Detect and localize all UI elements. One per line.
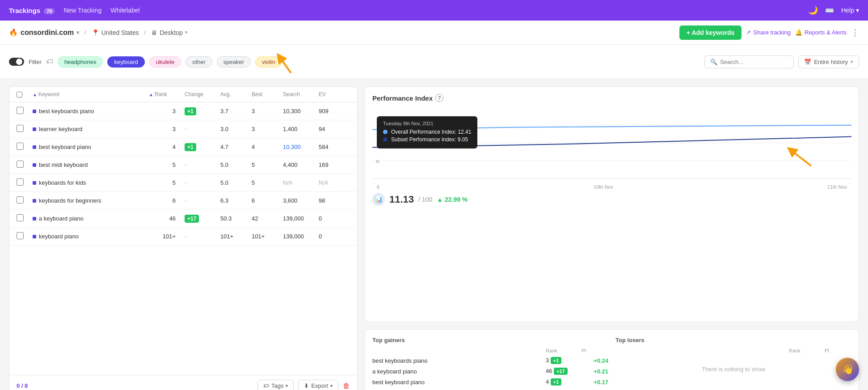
add-keywords-button[interactable]: + Add keywords bbox=[679, 25, 742, 40]
keyword-search-box[interactable]: 🔍 bbox=[704, 55, 794, 68]
change-dot: · bbox=[185, 161, 186, 169]
svg-text:6: 6 bbox=[376, 159, 380, 164]
desktop-icon: 🖥 bbox=[151, 29, 157, 36]
row-search: 4,400 bbox=[283, 161, 319, 168]
performance-chart: 6 Tuesday 9th Nov, 2021 Overall Performa… bbox=[372, 107, 851, 179]
fire-icon: 🔥 bbox=[9, 28, 18, 37]
row-ev: 94 bbox=[319, 126, 350, 132]
share-icon: ↗ bbox=[746, 29, 751, 36]
keyboard-shortcuts-icon[interactable]: ⌨️ bbox=[825, 6, 834, 15]
rank-indicator-icon bbox=[33, 217, 36, 220]
search-icon: 🔍 bbox=[710, 59, 717, 65]
more-options-button[interactable]: ⋮ bbox=[851, 28, 859, 38]
select-all-checkbox[interactable] bbox=[17, 92, 22, 98]
table-body: best keyboards piano 3 +1 3.7 3 10,300 9… bbox=[9, 102, 357, 375]
export-button[interactable]: ⬇ Export ▾ bbox=[298, 380, 338, 390]
gainer-row: best keyboard piano 4 +1 +0.17 bbox=[372, 378, 608, 386]
row-checkbox-2[interactable] bbox=[17, 143, 24, 150]
site-chevron-icon[interactable]: ▾ bbox=[76, 30, 79, 36]
score-value: 11.13 bbox=[389, 194, 414, 205]
row-best: 4 bbox=[252, 144, 283, 150]
row-keyword: best midi keyboard bbox=[33, 161, 149, 168]
share-tracking-button[interactable]: ↗ Share tracking bbox=[746, 29, 791, 36]
tags-chevron-icon: ▾ bbox=[286, 383, 288, 388]
tag-other[interactable]: other bbox=[185, 56, 212, 68]
row-checkbox-4[interactable] bbox=[17, 178, 24, 186]
table-row[interactable]: best keyboard piano 4 +1 4.7 4 10,300 58… bbox=[9, 138, 357, 156]
row-change: · bbox=[185, 197, 220, 205]
gainer-keyword: best keyboard piano bbox=[372, 379, 546, 386]
tag-ukulele[interactable]: ukulele bbox=[149, 56, 181, 68]
row-checkbox-5[interactable] bbox=[17, 196, 24, 203]
table-row[interactable]: learner keyboard 3 · 3.0 3 1,400 94 bbox=[9, 120, 357, 138]
gainer-pi: +0.24 bbox=[581, 357, 608, 364]
row-keyword: best keyboard piano bbox=[33, 144, 149, 150]
top-losers-section: Top losers Rank PI There is nothing to s… bbox=[615, 337, 851, 389]
change-badge: +17 bbox=[185, 215, 199, 223]
sort-keyword-icon[interactable]: ▲ bbox=[33, 92, 37, 97]
row-rank: 3 bbox=[149, 126, 185, 132]
table-row[interactable]: best midi keyboard 5 · 5.0 5 4,400 169 bbox=[9, 156, 357, 174]
filter-toggle[interactable] bbox=[9, 58, 24, 66]
performance-score: 📊 11.13 / 100 ▲ 22.99 % bbox=[372, 193, 851, 206]
performance-index-card: Performance Index ? 6 bbox=[365, 86, 859, 322]
date-chevron-icon: ▾ bbox=[851, 59, 853, 65]
row-best: 5 bbox=[252, 179, 283, 186]
tooltip-overall: Overall Performance Index: 12.41 bbox=[391, 129, 471, 135]
tags-button[interactable]: 🏷 Tags ▾ bbox=[257, 380, 294, 390]
row-avg: 101+ bbox=[220, 233, 252, 240]
table-header: ▲ Keyword ▲ Rank Change Avg. Best Search… bbox=[9, 87, 357, 102]
keyword-search-input[interactable] bbox=[720, 59, 787, 65]
whitelabel-link[interactable]: Whitelabel bbox=[110, 7, 139, 14]
table-row[interactable]: keyboards for beginners 6 · 6.3 6 3,600 … bbox=[9, 192, 357, 210]
gainer-change: +1 bbox=[551, 357, 562, 364]
table-row[interactable]: keyboards for kids 5 · 5.0 5 N/A N/A bbox=[9, 174, 357, 192]
tag-headphones[interactable]: headphones bbox=[58, 56, 103, 68]
site-name[interactable]: 🔥 consordini.com ▾ bbox=[9, 28, 79, 37]
tag-speaker[interactable]: speaker bbox=[217, 56, 251, 68]
export-chevron-icon: ▾ bbox=[330, 383, 333, 388]
row-checkbox-6[interactable] bbox=[17, 214, 24, 221]
location-icon: 📍 bbox=[92, 29, 99, 36]
gainer-pi: +0.17 bbox=[581, 379, 608, 386]
row-checkbox-1[interactable] bbox=[17, 125, 24, 132]
row-change: · bbox=[185, 179, 220, 187]
row-keyword: keyboards for kids bbox=[33, 179, 149, 186]
calendar-icon: 📅 bbox=[804, 59, 811, 65]
table-row[interactable]: a keyboard piano 46 +17 50.3 42 139,000 … bbox=[9, 210, 357, 228]
new-tracking-link[interactable]: New Tracking bbox=[63, 7, 101, 14]
row-rank: 3 bbox=[149, 108, 185, 114]
top-gainers-title: Top gainers bbox=[372, 337, 608, 343]
row-search: 139,000 bbox=[283, 215, 319, 222]
selection-count: 0 / 8 bbox=[17, 382, 28, 389]
row-keyword: best keyboards piano bbox=[33, 108, 149, 114]
gainer-keyword: a keyboard piano bbox=[372, 368, 546, 375]
change-dot: · bbox=[185, 197, 186, 204]
row-checkbox-3[interactable] bbox=[17, 161, 24, 168]
row-rank: 5 bbox=[149, 179, 185, 186]
dark-mode-icon[interactable]: 🌙 bbox=[808, 5, 818, 15]
row-checkbox-7[interactable] bbox=[17, 232, 24, 239]
sort-rank-icon[interactable]: ▲ bbox=[149, 92, 153, 97]
delete-button[interactable]: 🗑 bbox=[343, 382, 350, 390]
chat-widget-button[interactable]: 👋 bbox=[836, 358, 859, 381]
gainer-rank-val: 46 +17 bbox=[546, 368, 581, 375]
overall-dot bbox=[383, 130, 388, 134]
date-range-selector[interactable]: 📅 Entire history ▾ bbox=[798, 55, 859, 68]
country-selector[interactable]: 📍 United States bbox=[92, 29, 139, 36]
bell-icon: 🔔 bbox=[795, 29, 802, 36]
tooltip-date: Tuesday 9th Nov, 2021 bbox=[383, 121, 471, 126]
tag-btn-icon: 🏷 bbox=[263, 382, 269, 389]
svg-line-1 bbox=[280, 57, 291, 73]
table-row[interactable]: best keyboards piano 3 +1 3.7 3 10,300 9… bbox=[9, 102, 357, 120]
table-row[interactable]: keyboard piano 101+ · 101+ 101+ 139,000 … bbox=[9, 228, 357, 246]
trackings-link[interactable]: Trackings 70 bbox=[9, 7, 55, 14]
tag-keyboard[interactable]: keyboard bbox=[107, 56, 144, 68]
help-icon[interactable]: ? bbox=[435, 94, 443, 102]
row-best: 101+ bbox=[252, 233, 283, 240]
help-button[interactable]: Help ▾ bbox=[841, 7, 859, 14]
device-selector[interactable]: 🖥 Desktop ▾ bbox=[151, 29, 187, 36]
reports-alerts-button[interactable]: 🔔 Reports & Alerts bbox=[795, 29, 847, 36]
row-checkbox-0[interactable] bbox=[17, 107, 24, 114]
change-badge: +1 bbox=[185, 143, 196, 151]
